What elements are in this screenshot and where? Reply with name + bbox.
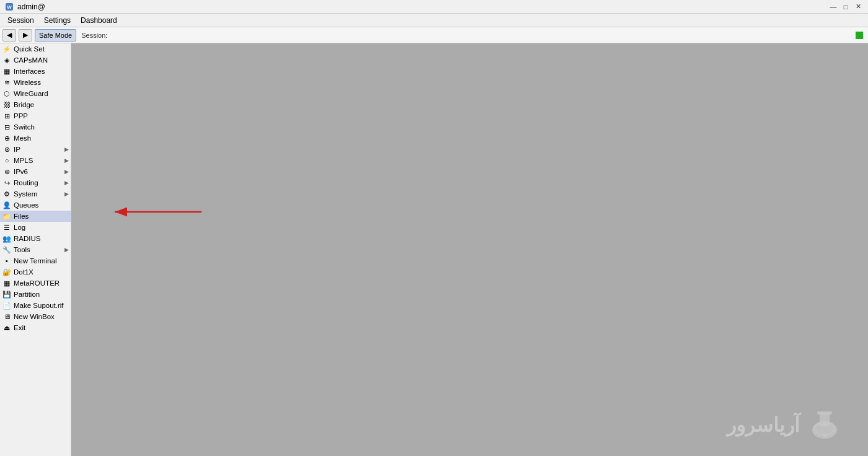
forward-icon: ▶ <box>23 31 28 39</box>
sidebar-item-radius[interactable]: 👥RADIUS <box>0 233 71 244</box>
sidebar-item-exit[interactable]: ⏏Exit <box>0 322 71 333</box>
arrow-annotation <box>108 206 208 218</box>
mesh-icon: ⊕ <box>2 134 11 142</box>
sidebar-item-capsman[interactable]: ◈CAPsMAN <box>0 55 71 66</box>
title-bar: W admin@ — □ ✕ <box>0 0 868 14</box>
metarouter-icon: ▦ <box>2 279 11 287</box>
forward-button[interactable]: ▶ <box>19 29 32 42</box>
sidebar-item-label-wireguard: WireGuard <box>14 90 68 97</box>
sidebar-item-label-log: Log <box>14 224 68 231</box>
sidebar-item-label-routing: Routing <box>14 179 68 186</box>
sidebar-item-label-quick-set: Quick Set <box>14 45 68 53</box>
sidebar-item-wireless[interactable]: ≋Wireless <box>0 77 71 88</box>
system-icon: ⚙ <box>2 190 11 198</box>
sidebar-item-label-ipv6: IPv6 <box>14 168 68 175</box>
svg-point-8 <box>823 434 826 437</box>
watermark: آریاسرور <box>727 406 843 444</box>
sidebar-item-label-system: System <box>14 190 68 198</box>
safe-mode-button[interactable]: Safe Mode <box>35 29 76 42</box>
sidebar-item-make-supout[interactable]: 📄Make Supout.rif <box>0 300 71 311</box>
main-layout: ⚡Quick Set◈CAPsMAN▦Interfaces≋Wireless⬡W… <box>0 43 868 456</box>
back-icon: ◀ <box>7 31 12 39</box>
sidebar-item-partition[interactable]: 💾Partition <box>0 289 71 300</box>
log-icon: ☰ <box>2 223 11 232</box>
sidebar-item-interfaces[interactable]: ▦Interfaces <box>0 66 71 77</box>
session-label: Session: <box>81 32 107 39</box>
routing-icon: ↪ <box>2 178 11 187</box>
interfaces-icon: ▦ <box>2 67 11 76</box>
sidebar-item-log[interactable]: ☰Log <box>0 222 71 233</box>
radius-icon: 👥 <box>2 234 11 243</box>
sidebar-item-queues[interactable]: 👤Queues <box>0 200 71 211</box>
ip-icon: ⊛ <box>2 145 11 154</box>
sidebar-item-label-files: Files <box>14 213 68 220</box>
sidebar-item-label-switch: Switch <box>14 123 68 131</box>
sidebar-item-arrow-system: ▶ <box>64 191 69 197</box>
files-icon: 📁 <box>2 212 11 221</box>
sidebar-item-tools[interactable]: 🔧Tools▶ <box>0 244 71 255</box>
queues-icon: 👤 <box>2 201 11 209</box>
sidebar-item-label-ppp: PPP <box>14 112 68 120</box>
safe-mode-label: Safe Mode <box>39 32 72 39</box>
sidebar-item-label-mpls: MPLS <box>14 157 68 164</box>
sidebar-item-mpls[interactable]: ○MPLS▶ <box>0 155 71 166</box>
sidebar-item-label-new-winbox: New WinBox <box>14 313 68 320</box>
sidebar-item-label-mesh: Mesh <box>14 134 68 142</box>
wireless-icon: ≋ <box>2 78 11 87</box>
maximize-button[interactable]: □ <box>841 2 851 12</box>
watermark-text: آریاسرور <box>727 413 800 437</box>
sidebar-item-label-interfaces: Interfaces <box>14 68 68 75</box>
title-controls: — □ ✕ <box>828 2 863 12</box>
minimize-button[interactable]: — <box>828 2 838 12</box>
ipv6-icon: ⊛ <box>2 167 11 176</box>
sidebar-item-switch[interactable]: ⊟Switch <box>0 121 71 133</box>
sidebar-item-label-queues: Queues <box>14 201 68 209</box>
sidebar-item-routing[interactable]: ↪Routing▶ <box>0 177 71 188</box>
app-icon: W <box>5 2 14 11</box>
watermark-icon <box>806 406 843 444</box>
make-supout-icon: 📄 <box>2 301 11 310</box>
sidebar-item-label-tools: Tools <box>14 246 68 253</box>
menu-settings[interactable]: Settings <box>39 15 76 26</box>
content-area: آریاسرور <box>71 43 868 456</box>
menu-dashboard[interactable]: Dashboard <box>76 15 122 26</box>
ppp-icon: ⊞ <box>2 112 11 120</box>
sidebar-item-system[interactable]: ⚙System▶ <box>0 188 71 200</box>
sidebar-item-dot1x[interactable]: 🔐Dot1X <box>0 266 71 278</box>
sidebar-item-label-dot1x: Dot1X <box>14 268 68 276</box>
sidebar-item-label-partition: Partition <box>14 291 68 298</box>
new-terminal-icon: ▪ <box>2 256 11 265</box>
menu-session[interactable]: Session <box>2 15 39 26</box>
sidebar-item-new-winbox[interactable]: 🖥New WinBox <box>0 311 71 322</box>
svg-rect-6 <box>820 413 830 426</box>
sidebar-item-arrow-routing: ▶ <box>64 180 69 186</box>
sidebar-item-label-radius: RADIUS <box>14 235 68 242</box>
sidebar-item-label-exit: Exit <box>14 324 68 331</box>
tools-icon: 🔧 <box>2 245 11 254</box>
sidebar-item-quick-set[interactable]: ⚡Quick Set <box>0 43 71 55</box>
sidebar-item-metarouter[interactable]: ▦MetaROUTER <box>0 278 71 289</box>
sidebar-item-wireguard[interactable]: ⬡WireGuard <box>0 88 71 99</box>
sidebar-item-bridge[interactable]: ⛓Bridge <box>0 99 71 110</box>
sidebar-item-files[interactable]: 📁Files <box>0 211 71 222</box>
sidebar-item-mesh[interactable]: ⊕Mesh <box>0 133 71 144</box>
sidebar-item-ppp[interactable]: ⊞PPP <box>0 110 71 121</box>
back-button[interactable]: ◀ <box>2 29 16 42</box>
mpls-icon: ○ <box>2 156 11 165</box>
switch-icon: ⊟ <box>2 123 11 131</box>
bridge-icon: ⛓ <box>2 100 11 109</box>
sidebar-item-ipv6[interactable]: ⊛IPv6▶ <box>0 166 71 177</box>
sidebar-item-label-wireless: Wireless <box>14 79 68 86</box>
sidebar-item-arrow-ip: ▶ <box>64 146 69 152</box>
sidebar-item-new-terminal[interactable]: ▪New Terminal <box>0 255 71 266</box>
sidebar-item-arrow-tools: ▶ <box>64 247 69 253</box>
sidebar-item-ip[interactable]: ⊛IP▶ <box>0 144 71 155</box>
sidebar-item-label-new-terminal: New Terminal <box>14 257 68 265</box>
new-winbox-icon: 🖥 <box>2 312 11 321</box>
close-button[interactable]: ✕ <box>853 2 863 12</box>
sidebar-item-arrow-mpls: ▶ <box>64 157 69 164</box>
title-text: admin@ <box>17 2 45 11</box>
connection-indicator <box>856 32 863 39</box>
dot1x-icon: 🔐 <box>2 268 11 276</box>
sidebar-item-label-ip: IP <box>14 146 68 153</box>
